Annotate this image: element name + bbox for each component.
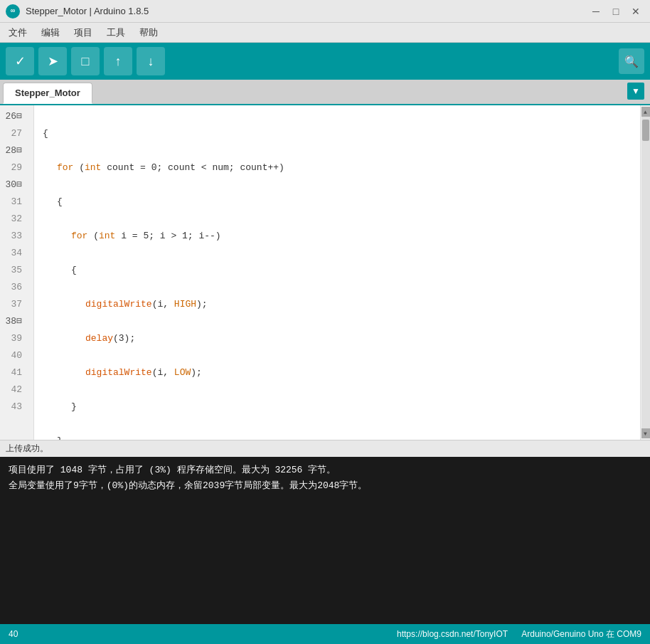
scroll-down-arrow[interactable]: ▼	[641, 428, 650, 438]
menu-file[interactable]: 文件	[3, 25, 33, 41]
menu-bar: 文件 编辑 项目 工具 帮助	[0, 23, 650, 43]
code-editor: 26⊟ 27 28⊟ 29 30⊟ 31 32 33 34 35 36 37 3…	[0, 105, 650, 440]
console-line-1: 项目使用了 1048 字节，占用了 (3%) 程序存储空间。最大为 32256 …	[9, 463, 641, 478]
menu-tools[interactable]: 工具	[101, 25, 131, 41]
cursor-position: 40	[9, 629, 18, 639]
line-num-40: 40	[0, 347, 28, 364]
code-line-34: }	[43, 398, 632, 416]
code-line-35: }	[43, 433, 632, 440]
menu-edit[interactable]: 编辑	[36, 25, 65, 41]
menu-project[interactable]: 项目	[68, 25, 98, 41]
window-title: Stepper_Motor | Arduino 1.8.5	[26, 6, 587, 16]
minimize-button[interactable]: ─	[587, 4, 604, 19]
scroll-up-arrow[interactable]: ▲	[641, 107, 650, 117]
scroll-track[interactable]	[641, 117, 650, 428]
window-controls: ─ □ ✕	[587, 4, 644, 19]
upload-status-bar: 上传成功。	[0, 440, 650, 457]
line-num-33: 33	[0, 228, 28, 245]
tab-bar: Stepper_Motor ▼	[0, 80, 650, 105]
open-button[interactable]: ↑	[104, 47, 132, 75]
save-button[interactable]: ↓	[137, 47, 165, 75]
editor-scrollbar[interactable]: ▲ ▼	[640, 105, 650, 440]
title-bar: ∞ Stepper_Motor | Arduino 1.8.5 ─ □ ✕	[0, 0, 650, 23]
code-line-26: {	[43, 125, 632, 142]
code-line-32: delay(3);	[43, 330, 632, 347]
line-num-34: 34	[0, 245, 28, 262]
code-area[interactable]: { for (int count = 0; count < num; count…	[34, 105, 640, 440]
line-num-32: 32	[0, 211, 28, 228]
verify-button[interactable]: ✓	[6, 47, 34, 75]
line-num-43: 43	[0, 398, 28, 416]
new-button[interactable]: □	[71, 47, 100, 75]
search-button[interactable]: 🔍	[619, 48, 644, 74]
board-name: Arduino/Genuino Uno 在 COM9	[521, 629, 641, 639]
maximize-button[interactable]: □	[607, 4, 624, 19]
menu-help[interactable]: 帮助	[134, 25, 164, 41]
console-line-2: 全局变量使用了9字节，(0%)的动态内存，余留2039字节局部变量。最大为204…	[9, 478, 641, 494]
board-info: https://blog.csdn.net/TonyIOT Arduino/Ge…	[397, 628, 641, 640]
tab-dropdown-button[interactable]: ▼	[627, 83, 644, 100]
code-line-27: for (int count = 0; count < num; count++…	[43, 159, 632, 176]
close-button[interactable]: ✕	[627, 4, 644, 19]
code-line-28: {	[43, 194, 632, 211]
bottom-status-bar: 40 https://blog.csdn.net/TonyIOT Arduino…	[0, 624, 650, 644]
upload-status-text: 上传成功。	[6, 443, 48, 455]
code-line-30: {	[43, 262, 632, 279]
tab-stepper-motor[interactable]: Stepper_Motor	[3, 83, 92, 104]
line-num-35: 35	[0, 262, 28, 279]
console-output: 项目使用了 1048 字节，占用了 (3%) 程序存储空间。最大为 32256 …	[0, 457, 650, 500]
line-num-38: 38⊟	[0, 313, 28, 330]
line-num-27: 27	[0, 125, 28, 142]
app-logo: ∞	[6, 4, 20, 19]
code-line-31: digitalWrite(i, HIGH);	[43, 296, 632, 313]
line-num-42: 42	[0, 381, 28, 398]
line-num-26: 26⊟	[0, 108, 28, 125]
code-line-29: for (int i = 5; i > 1; i--)	[43, 228, 632, 245]
line-num-36: 36	[0, 279, 28, 296]
line-numbers: 26⊟ 27 28⊟ 29 30⊟ 31 32 33 34 35 36 37 3…	[0, 105, 34, 440]
toolbar: ✓ ➤ □ ↑ ↓ 🔍	[0, 43, 650, 80]
line-num-31: 31	[0, 194, 28, 211]
line-num-41: 41	[0, 364, 28, 381]
line-num-37: 37	[0, 296, 28, 313]
upload-button[interactable]: ➤	[38, 47, 67, 75]
watermark-text: https://blog.csdn.net/TonyIOT	[397, 629, 508, 639]
code-line-33: digitalWrite(i, LOW);	[43, 364, 632, 381]
line-num-30: 30⊟	[0, 176, 28, 194]
line-num-28: 28⊟	[0, 142, 28, 159]
scroll-thumb[interactable]	[642, 120, 649, 141]
line-num-39: 39	[0, 330, 28, 347]
line-num-29: 29	[0, 159, 28, 176]
